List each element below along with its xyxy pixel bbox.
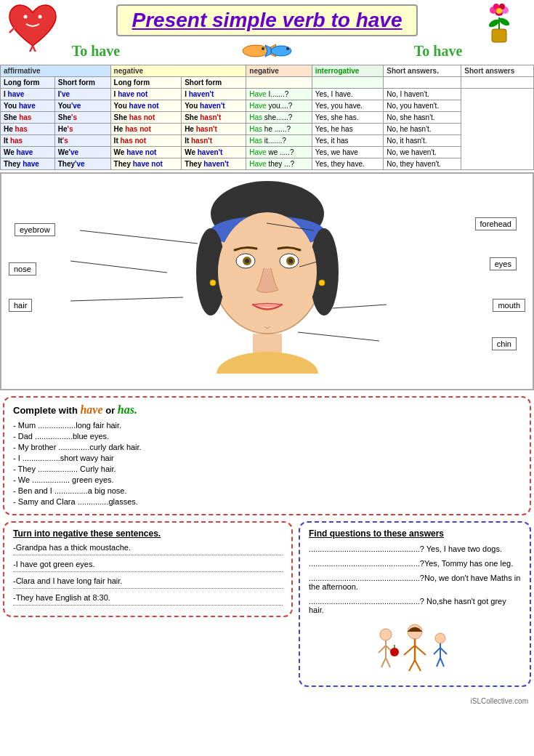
svg-line-59 [434,648,440,654]
flower-decoration [476,3,527,47]
family-illustration [309,620,521,680]
footer-text: iSLCollective.com [471,697,528,705]
find-question-item: ........................................… [309,597,521,614]
to-have-row: To have To have [0,39,534,63]
svg-line-48 [386,658,390,667]
svg-line-62 [440,658,444,667]
find-question-item: ........................................… [309,544,521,553]
svg-point-0 [23,15,27,19]
eyebrow-label: eyebrow [15,223,55,236]
face-svg [195,177,340,374]
find-question-item: ........................................… [309,574,521,591]
answer-line [13,605,283,606]
svg-point-21 [217,352,318,374]
chin-label: chin [492,337,517,350]
complete-list-item: Mum .................long fair hair. [13,421,521,430]
eyes-label: eyes [490,257,517,270]
nose-label: nose [9,262,36,276]
turn-negative-sentence: -They have English at 8:30. [13,593,283,602]
find-question-item: ........................................… [309,559,521,568]
complete-title: Complete with have or has. [13,403,521,417]
to-have-left: To have [72,43,121,60]
turn-negative-sentence: -Clara and I have long fair hair. [13,576,283,585]
exercises-row: Complete with have or has. Mum .........… [0,393,534,518]
answer-line [13,555,283,555]
mouth-label: mouth [493,299,525,312]
find-questions-title: Find questions to these answers [309,528,521,539]
svg-point-19 [286,47,289,50]
complete-list-item: Ben and I ...............a big nose. [13,486,521,495]
svg-line-40 [70,297,183,301]
complete-list-item: My brother ..............curly dark hair… [13,443,521,451]
svg-line-2 [28,46,33,52]
right-exercises: Find questions to these answers ........… [299,521,531,691]
short2-header: Short answers [461,65,534,77]
svg-point-16 [243,45,269,57]
svg-line-45 [379,646,386,653]
longform2-header: Long form [110,77,182,89]
svg-point-32 [245,259,249,263]
svg-point-15 [496,8,502,14]
negative2-header: negative [246,65,312,77]
svg-line-60 [440,648,447,654]
short1-header: Short answers. [384,65,461,77]
answer-line [13,571,283,572]
affirmative-header: affirmative [1,65,111,77]
heart-decoration [4,1,62,52]
longform-header: Long form [1,77,55,89]
turn-negative-content: -Grandpa has a thick moustache.-I have g… [13,543,283,606]
hair-label: hair [9,299,32,312]
find-questions-section: Find questions to these answers ........… [299,521,531,687]
bottom-row: Turn into negative these sentences. -Gra… [0,518,534,694]
svg-point-35 [319,280,325,286]
svg-line-53 [404,646,415,655]
svg-line-47 [381,658,386,667]
fish-decoration [234,41,299,61]
complete-list-item: I .................short wavy hair [13,454,521,462]
svg-point-18 [271,46,291,56]
complete-list-item: We ................. green eyes. [13,475,521,484]
complete-list-item: They .................. Curly hair. [13,465,521,473]
svg-line-38 [70,261,167,273]
complete-list-item: Dad .................blue eyes. [13,432,521,441]
grammar-table: affirmative negative negative interrogat… [0,65,534,170]
svg-line-3 [33,46,38,52]
svg-point-43 [380,629,392,640]
svg-point-33 [288,259,293,263]
svg-point-17 [262,47,264,50]
svg-point-1 [38,15,41,19]
face-diagram: eyebrow nose hair forehead eyes mouth ch… [0,172,534,390]
complete-exercise: Complete with have or has. Mum .........… [3,396,531,515]
svg-line-36 [80,230,198,244]
interrogative-header: interrogative [312,65,383,77]
complete-list-item: Samy and Clara ..............glasses. [13,497,521,506]
shortform2-header: Short form [182,77,246,89]
to-have-right: To have [414,43,463,60]
svg-line-56 [415,660,421,671]
svg-line-55 [409,660,415,671]
svg-point-57 [435,633,445,643]
negative-header: negative [110,65,246,77]
svg-line-61 [437,658,440,667]
svg-rect-6 [492,29,506,42]
complete-list: Mum .................long fair hair.Dad … [13,421,521,506]
turn-negative-section: Turn into negative these sentences. -Gra… [3,521,293,617]
answer-line [13,588,283,589]
svg-line-41 [333,305,387,308]
forehead-label: forehead [475,217,517,230]
turn-negative-sentence: -Grandpa has a thick moustache. [13,543,283,552]
svg-line-54 [415,646,426,655]
page-header: Present simple verb to have [0,0,534,39]
svg-point-34 [210,280,216,286]
find-questions-content: ........................................… [309,544,521,614]
turn-negative-title: Turn into negative these sentences. [13,528,283,539]
page-title: Present simple verb to have [116,4,418,36]
shortform-header: Short form [54,77,110,89]
svg-point-49 [390,648,399,656]
footer: iSLCollective.com [0,694,534,708]
turn-negative-sentence: -I have got green eyes. [13,560,283,568]
